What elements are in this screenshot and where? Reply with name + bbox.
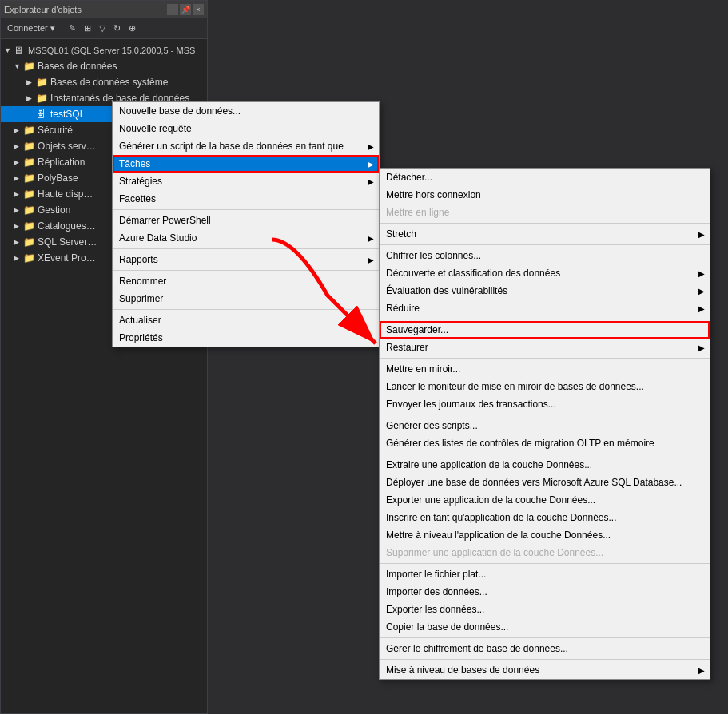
connect-button[interactable]: Connecter ▾ (4, 22, 58, 35)
folder-icon-sys: 📁 (36, 77, 49, 88)
menu-item-chiffrer-colonnes[interactable]: Chiffrer les colonnes... (380, 247, 710, 264)
expand-icon-sql: ▶ (14, 238, 23, 246)
menu-item-importer-donnees[interactable]: Importer des données... (380, 583, 710, 601)
folder-icon-sec: 📁 (23, 125, 36, 136)
expand-icon-poly: ▶ (14, 174, 23, 182)
expand-icon-cat: ▶ (14, 222, 23, 230)
system-db-label: Bases de données système (50, 77, 168, 88)
menu-item-renommer[interactable]: Renommer (113, 272, 379, 290)
new-query-icon[interactable]: ✎ (66, 22, 79, 35)
window-title: Explorateur d'objets (4, 5, 82, 14)
menu-item-gerer-chiffrement[interactable]: Gérer le chiffrement de base de données.… (380, 640, 710, 657)
close-button[interactable]: × (193, 4, 204, 15)
menu-item-azure-studio[interactable]: Azure Data Studio ▶ (113, 229, 379, 247)
menu-item-powershell[interactable]: Démarrer PowerShell (113, 212, 379, 229)
toolbar: Connecter ▾ ✎ ⊞ ▽ ↻ ⊕ (1, 18, 207, 39)
expand-icon-sec: ▶ (14, 126, 23, 134)
refresh-icon[interactable]: ↻ (110, 22, 124, 35)
submenu-arrow-dec: ▶ (698, 269, 705, 278)
context-menu-2: Détacher... Mettre hors connexion Mettre… (379, 168, 710, 680)
xevent-label: XEvent Pro… (38, 252, 96, 264)
expand-icon-sysdb: ▶ (26, 78, 36, 86)
expand-icon-mgmt: ▶ (14, 206, 23, 214)
menu-item-rapports[interactable]: Rapports ▶ (113, 251, 379, 268)
menu-item-mise-a-niveau-db[interactable]: Mise à niveau de bases de données ▶ (380, 661, 710, 679)
replication-label: Réplication (38, 157, 85, 168)
menu-item-nouvelle-requete[interactable]: Nouvelle requête (113, 120, 379, 137)
menu-item-mettre-en-ligne[interactable]: Mettre en ligne (380, 204, 710, 221)
expand-icon: ▼ (4, 46, 14, 54)
menu-item-taches[interactable]: Tâches ▶ (113, 155, 379, 173)
menu-item-evaluation[interactable]: Évaluation des vulnérabilités ▶ (380, 282, 710, 299)
menu-item-listes-controles[interactable]: Générer des listes de contrôles de migra… (380, 434, 710, 452)
menu-item-decouverte[interactable]: Découverte et classification des données… (380, 264, 710, 282)
separator-3 (113, 270, 379, 271)
system-db-node[interactable]: ▶ 📁 Bases de données système (1, 74, 207, 90)
sql-server-label: SQL Server… (38, 236, 97, 248)
menu-item-nouvelle-db[interactable]: Nouvelle base de données... (113, 102, 379, 120)
submenu-arrow-rest: ▶ (698, 343, 705, 352)
server-label: MSSQL01 (SQL Server 15.0.2000,5 - MSS (28, 46, 195, 55)
folder-icon-rep: 📁 (23, 157, 36, 168)
expand-icon-obj: ▶ (14, 142, 23, 150)
filter2-icon[interactable]: ▽ (96, 22, 109, 35)
submenu-arrow-stretch: ▶ (698, 230, 705, 239)
server-node[interactable]: ▼ 🖥 MSSQL01 (SQL Server 15.0.2000,5 - MS… (1, 42, 207, 58)
menu-item-exporter-donnees[interactable]: Exporter les données... (380, 601, 710, 618)
title-bar-buttons[interactable]: – 📌 × (167, 4, 204, 15)
folder-icon-mgmt: 📁 (23, 204, 36, 216)
sep-m2-1 (380, 223, 710, 224)
menu-item-strategies[interactable]: Stratégies ▶ (113, 173, 379, 190)
sep-m2-4 (380, 358, 710, 359)
menu-item-proprietes[interactable]: Propriétés (113, 329, 379, 347)
menu-item-detacher[interactable]: Détacher... (380, 169, 710, 186)
pin-button[interactable]: 📌 (180, 4, 191, 15)
menu-item-mettre-niveau-app[interactable]: Mettre à niveau l'application de la couc… (380, 526, 710, 544)
menu-item-facettes[interactable]: Facettes (113, 190, 379, 208)
expand-icon-snap: ▶ (26, 94, 36, 102)
settings-icon[interactable]: ⊕ (125, 22, 139, 35)
menu-item-generer-script[interactable]: Générer un script de la base de données … (113, 137, 379, 155)
folder-icon: 📁 (23, 61, 36, 72)
databases-label: Bases de données (38, 61, 117, 72)
sep-m2-6 (380, 454, 710, 454)
security-label: Sécurité (38, 125, 73, 136)
menu-item-mettre-en-miroir[interactable]: Mettre en miroir... (380, 360, 710, 378)
databases-node[interactable]: ▼ 📁 Bases de données (1, 58, 207, 74)
menu-item-restaurer[interactable]: Restaurer ▶ (380, 339, 710, 356)
folder-icon-xe: 📁 (23, 252, 36, 264)
expand-icon-db: ▼ (14, 62, 23, 70)
menu-item-generer-scripts[interactable]: Générer des scripts... (380, 417, 710, 434)
menu-item-reduire[interactable]: Réduire ▶ (380, 299, 710, 317)
filter-icon[interactable]: ⊞ (81, 22, 94, 35)
menu-item-stretch[interactable]: Stretch ▶ (380, 225, 710, 243)
high-avail-label: Haute disp… (38, 188, 93, 200)
catalogs-label: Catalogues… (38, 220, 96, 232)
menu-item-supprimer[interactable]: Supprimer (113, 290, 379, 307)
sep-m2-9 (380, 659, 710, 660)
menu-item-importer-plat[interactable]: Importer le fichier plat... (380, 565, 710, 583)
sep-m2-7 (380, 563, 710, 564)
management-label: Gestion (38, 204, 70, 216)
sep-m2-3 (380, 319, 710, 319)
menu-item-extraire[interactable]: Extraire une application de la couche Do… (380, 456, 710, 474)
menu-item-mettre-hors-connexion[interactable]: Mettre hors connexion (380, 186, 710, 204)
server-icon: 🖥 (14, 45, 26, 56)
menu-item-exporter-app[interactable]: Exporter une application de la couche Do… (380, 491, 710, 509)
db-icon-test: 🗄 (36, 109, 49, 120)
menu-item-journaux[interactable]: Envoyer les journaux des transactions... (380, 395, 710, 413)
menu-item-sauvegarder[interactable]: Sauvegarder... (380, 321, 710, 339)
menu-item-supprimer-app[interactable]: Supprimer une application de la couche D… (380, 544, 710, 561)
submenu-arrow-azure: ▶ (368, 234, 374, 243)
server-objects-label: Objets serv… (38, 141, 96, 152)
menu-item-inscrire[interactable]: Inscrire en tant qu'application de la co… (380, 509, 710, 526)
menu-item-copier-db[interactable]: Copier la base de données... (380, 618, 710, 636)
folder-icon-obj: 📁 (23, 141, 36, 152)
menu-item-actualiser[interactable]: Actualiser (113, 311, 379, 329)
menu-item-moniteur-miroir[interactable]: Lancer le moniteur de mise en miroir de … (380, 378, 710, 395)
minimize-button[interactable]: – (167, 4, 178, 15)
separator-4 (113, 309, 379, 310)
testsql-label: testSQL (50, 109, 85, 120)
folder-icon-poly: 📁 (23, 173, 36, 184)
menu-item-deployer-azure[interactable]: Déployer une base de données vers Micros… (380, 474, 710, 491)
